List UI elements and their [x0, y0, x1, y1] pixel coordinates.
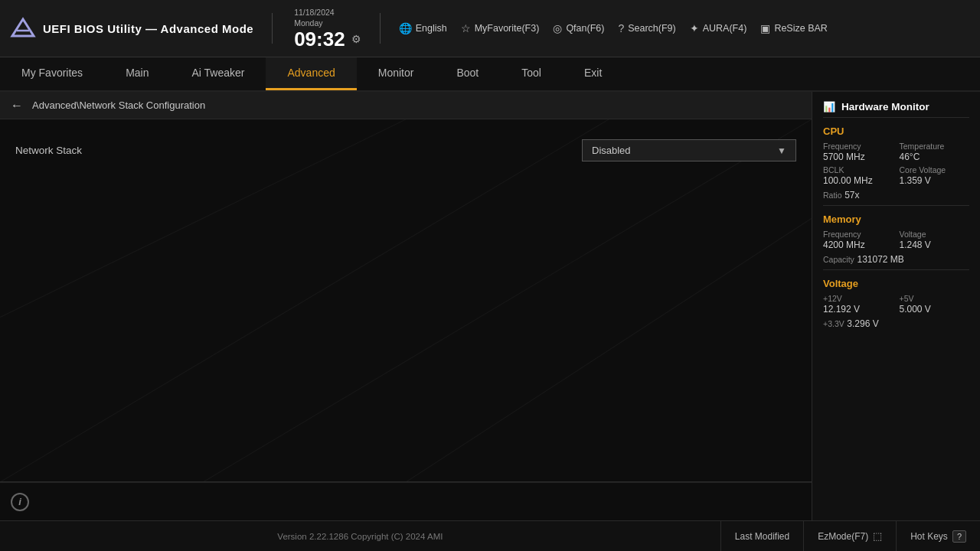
- horizontal-divider: [0, 481, 812, 482]
- toolbar-english[interactable]: 🌐 English: [399, 22, 447, 34]
- cpu-bclk-label: BCLK: [823, 165, 893, 174]
- toolbar-english-label: English: [416, 23, 447, 34]
- toolbar-resizebar-label: ReSize BAR: [774, 23, 827, 34]
- voltage-12v-value: 12.192 V: [823, 304, 893, 315]
- toolbar-items: 🌐 English ☆ MyFavorite(F3) ◎ Qfan(F6) ? …: [399, 22, 971, 34]
- back-button[interactable]: ←: [11, 99, 23, 112]
- cpu-temperature-item: Temperature 46°C: [900, 142, 970, 162]
- breadcrumb: ← Advanced\Network Stack Configuration: [0, 92, 812, 119]
- network-stack-dropdown[interactable]: Disabled ▼: [582, 139, 796, 161]
- cpu-core-voltage-value: 1.359 V: [900, 175, 970, 186]
- cpu-ratio-value: 57x: [844, 190, 859, 201]
- memory-voltage-item: Voltage 1.248 V: [900, 230, 970, 250]
- ez-mode-label: EzMode(F7): [818, 531, 868, 542]
- fan-icon: ◎: [553, 22, 562, 34]
- nav-exit[interactable]: Exit: [563, 57, 623, 90]
- hardware-monitor-panel: 📊 Hardware Monitor CPU Frequency 5700 MH…: [812, 92, 980, 520]
- nav-advanced[interactable]: Advanced: [266, 57, 356, 90]
- memory-frequency-value: 4200 MHz: [823, 240, 893, 250]
- cpu-memory-divider: [823, 205, 969, 206]
- star-icon: ☆: [461, 22, 471, 34]
- nav-main[interactable]: Main: [104, 57, 170, 90]
- watermark: [0, 119, 812, 482]
- network-stack-row: Network Stack Disabled ▼: [15, 135, 796, 166]
- voltage-5v-item: +5V 5.000 V: [900, 294, 970, 315]
- svg-line-5: [406, 218, 812, 482]
- cpu-frequency-value: 5700 MHz: [823, 152, 893, 162]
- memory-frequency-item: Frequency 4200 MHz: [823, 230, 893, 250]
- memory-capacity-value: 131072 MB: [857, 254, 903, 265]
- breadcrumb-text: Advanced\Network Stack Configuration: [32, 99, 205, 111]
- svg-marker-0: [12, 19, 34, 36]
- top-divider2: [380, 13, 381, 44]
- voltage-section-title: Voltage: [823, 278, 969, 289]
- time-area: 09:32 ⚙: [294, 29, 361, 49]
- info-area: i: [0, 482, 812, 520]
- cpu-bclk-value: 100.00 MHz: [823, 175, 893, 186]
- cpu-bclk-item: BCLK 100.00 MHz: [823, 165, 893, 186]
- resize-icon: ▣: [760, 22, 770, 34]
- monitor-icon: 📊: [823, 101, 835, 112]
- memory-voltage-label: Voltage: [900, 230, 970, 239]
- memory-voltage-divider: [823, 269, 969, 270]
- info-icon[interactable]: i: [11, 493, 29, 511]
- cpu-frequency-label: Frequency: [823, 142, 893, 151]
- datetime-area: 11/18/2024 Monday 09:32 ⚙: [294, 8, 361, 48]
- settings-icon[interactable]: ⚙: [351, 33, 361, 45]
- top-bar: UEFI BIOS Utility — Advanced Mode 11/18/…: [0, 0, 980, 57]
- left-panel: ← Advanced\Network Stack Configuration N…: [0, 92, 812, 520]
- cpu-frequency-item: Frequency 5700 MHz: [823, 142, 893, 162]
- app-title: UEFI BIOS Utility — Advanced Mode: [43, 22, 253, 35]
- memory-frequency-label: Frequency: [823, 230, 893, 239]
- voltage-12v-5v-grid: +12V 12.192 V +5V 5.000 V: [823, 294, 969, 315]
- last-modified-action[interactable]: Last Modified: [720, 521, 803, 551]
- toolbar-qfan[interactable]: ◎ Qfan(F6): [553, 22, 604, 34]
- bottom-bar: Version 2.22.1286 Copyright (C) 2024 AMI…: [0, 520, 980, 551]
- hot-keys-label: Hot Keys: [910, 531, 948, 542]
- content-area: Network Stack Disabled ▼: [0, 119, 812, 482]
- network-stack-label: Network Stack: [15, 145, 82, 156]
- nav-boot[interactable]: Boot: [435, 57, 500, 90]
- cpu-freq-temp-grid: Frequency 5700 MHz Temperature 46°C: [823, 142, 969, 162]
- bottom-actions: Last Modified EzMode(F7) ⬚ Hot Keys ?: [720, 521, 980, 551]
- toolbar-search[interactable]: ? Search(F9): [618, 22, 675, 34]
- memory-voltage-value: 1.248 V: [900, 240, 970, 250]
- nav-tool[interactable]: Tool: [500, 57, 563, 90]
- memory-freq-voltage-grid: Frequency 4200 MHz Voltage 1.248 V: [823, 230, 969, 250]
- date-text: 11/18/2024 Monday: [294, 8, 335, 28]
- cpu-core-voltage-item: Core Voltage 1.359 V: [900, 165, 970, 186]
- nav-ai-tweaker[interactable]: Ai Tweaker: [170, 57, 266, 90]
- cpu-temperature-value: 46°C: [900, 152, 970, 162]
- hot-keys-action[interactable]: Hot Keys ?: [896, 521, 980, 551]
- search-icon: ?: [618, 22, 624, 34]
- toolbar-resizebar[interactable]: ▣ ReSize BAR: [760, 22, 827, 34]
- voltage-33v-value: 3.296 V: [847, 318, 878, 329]
- cpu-section-title: CPU: [823, 126, 969, 137]
- toolbar-search-label: Search(F9): [628, 23, 676, 34]
- version-text: Version 2.22.1286 Copyright (C) 2024 AMI: [0, 532, 720, 541]
- svg-line-4: [0, 119, 609, 482]
- voltage-12v-item: +12V 12.192 V: [823, 294, 893, 315]
- toolbar-myfavorite-label: MyFavorite(F3): [475, 23, 540, 34]
- memory-section-title: Memory: [823, 214, 969, 225]
- nav-monitor[interactable]: Monitor: [357, 57, 436, 90]
- cpu-core-voltage-label: Core Voltage: [900, 165, 970, 174]
- svg-line-3: [203, 119, 812, 482]
- toolbar-myfavorite[interactable]: ☆ MyFavorite(F3): [461, 22, 540, 34]
- nav-my-favorites[interactable]: My Favorites: [0, 57, 104, 90]
- ez-mode-icon: ⬚: [873, 530, 882, 542]
- cpu-ratio-label: Ratio: [823, 191, 842, 200]
- voltage-33v-item: +3.3V 3.296 V: [823, 318, 969, 329]
- voltage-33v-label: +3.3V: [823, 319, 844, 328]
- voltage-5v-label: +5V: [900, 294, 970, 303]
- memory-capacity-item: Capacity 131072 MB: [823, 253, 969, 265]
- time-display: 09:32: [294, 29, 345, 49]
- asus-logo-icon: [9, 15, 37, 42]
- dropdown-arrow-icon: ▼: [777, 145, 786, 156]
- cpu-bclk-voltage-grid: BCLK 100.00 MHz Core Voltage 1.359 V: [823, 165, 969, 186]
- toolbar-qfan-label: Qfan(F6): [566, 23, 604, 34]
- ez-mode-action[interactable]: EzMode(F7) ⬚: [803, 521, 896, 551]
- logo-area: UEFI BIOS Utility — Advanced Mode: [9, 15, 253, 42]
- toolbar-aura[interactable]: ✦ AURA(F4): [690, 22, 747, 34]
- network-stack-value: Disabled: [592, 145, 631, 156]
